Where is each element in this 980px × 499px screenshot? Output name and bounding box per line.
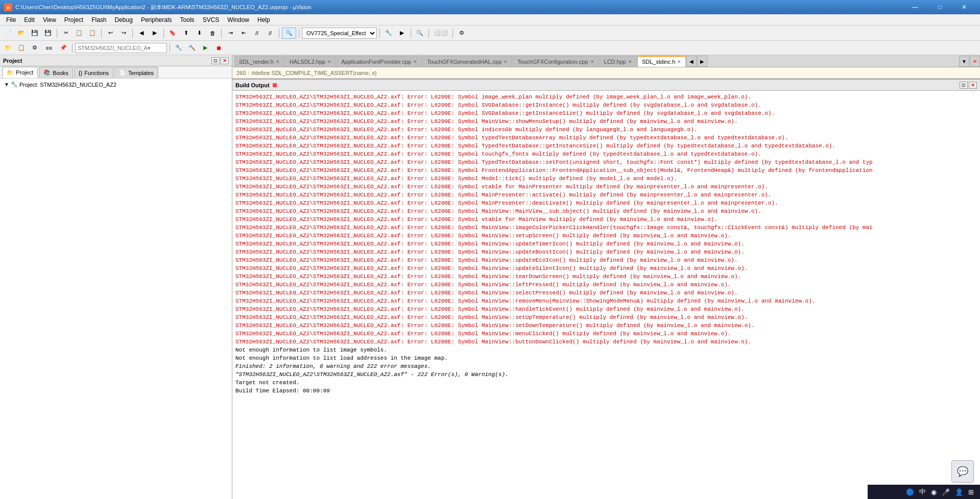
tb2-btn5[interactable]: 📌 — [57, 42, 69, 54]
file-tab-halsdl2[interactable]: HALSDL2.hpp ✕ — [285, 56, 336, 67]
file-tab-sdl-stdinc-label: SDL_stdinc.h — [642, 59, 675, 65]
menu-debug[interactable]: Debug — [111, 14, 137, 25]
search-btn[interactable]: 🔍 — [414, 28, 426, 39]
close-button[interactable]: ✕ — [952, 0, 976, 14]
window-layout-btn[interactable]: ⬜⬜ — [432, 28, 450, 39]
tb2-btn2[interactable]: 📋 — [15, 42, 28, 54]
menu-view[interactable]: View — [39, 14, 60, 25]
menu-tools[interactable]: Tools — [176, 14, 199, 25]
tb2-btn3[interactable]: ⚙ — [29, 42, 41, 54]
panel-float-btn[interactable]: ⊡ — [211, 57, 220, 64]
file-tab-sdl-render[interactable]: SDL_render.h ✕ — [234, 56, 284, 67]
build-panel-close-btn[interactable]: ✕ — [969, 82, 977, 89]
templates-tab-icon: 📄 — [119, 69, 126, 76]
paste-btn[interactable]: 📋 — [86, 28, 99, 39]
redo-btn[interactable]: ↪ — [117, 28, 130, 39]
chat-widget[interactable]: 💬 — [951, 460, 974, 483]
bookmark-btn[interactable]: 🔖 — [166, 28, 179, 39]
file-tab-touchgfx-config[interactable]: TouchGFXConfiguration.cpp ✕ — [513, 56, 599, 67]
menu-project[interactable]: Project — [60, 14, 87, 25]
new-file-btn[interactable]: 📄 — [2, 28, 14, 39]
tray-icon-lang: 中 — [919, 487, 926, 496]
settings-btn[interactable]: ⚙ — [456, 28, 468, 39]
tab-functions[interactable]: {} Functions — [74, 67, 113, 78]
code-header-directive: #define SDL_COMPILE_TIME_ASSERT(name, x) — [251, 70, 376, 76]
tb2-btn6[interactable]: 🔧 — [173, 42, 185, 54]
tray-icon-mic: 🎤 — [942, 488, 950, 496]
file-tab-sdl-render-label: SDL_render.h — [239, 59, 274, 65]
undo-btn[interactable]: ↩ — [104, 28, 116, 39]
build-output-panel: Build Output ⊡ ✕ STM32H563ZI_NUCLEO_AZ2\… — [232, 79, 980, 395]
menu-svcs[interactable]: SVCS — [199, 14, 224, 25]
configuration-dropdown[interactable]: OV7725_Special_Effect — [302, 28, 377, 39]
tree-project-root[interactable]: ▼ 🔧 Project: STM32H563ZI_NUCLEO_AZ2 — [2, 81, 230, 88]
file-tab-lcd-close[interactable]: ✕ — [628, 59, 632, 64]
tab-list-btn[interactable]: ▼ — [959, 56, 969, 67]
save-all-btn[interactable]: 💾 — [42, 28, 54, 39]
tab-close-all-btn[interactable]: ✕ — [970, 56, 980, 67]
build-error-indicator — [273, 83, 277, 87]
code-line-number: 260 — [236, 70, 246, 76]
menu-file[interactable]: File — [2, 14, 20, 25]
tb2-btn1[interactable]: 📁 — [2, 42, 14, 54]
copy-btn[interactable]: 📋 — [73, 28, 85, 39]
project-tabs: 📁 Project 📚 Books {} Functions 📄 Templat… — [0, 66, 232, 79]
file-tab-halsdl2-close[interactable]: ✕ — [327, 59, 331, 64]
tab-project[interactable]: 📁 Project — [2, 67, 38, 78]
tab-books[interactable]: 📚 Books — [39, 67, 73, 78]
file-tab-touchgfx-config-close[interactable]: ✕ — [590, 59, 594, 64]
maximize-button[interactable]: □ — [928, 0, 951, 14]
menu-help[interactable]: Help — [253, 14, 274, 25]
project-panel-header: Project ⊡ ✕ — [0, 55, 232, 66]
tb2-stop-btn[interactable]: ⏹ — [212, 42, 225, 54]
project-search-input[interactable] — [75, 43, 167, 53]
unindent-btn[interactable]: ⇤ — [237, 28, 250, 39]
sep11 — [452, 29, 453, 38]
build-target-btn[interactable]: 🔧 — [383, 28, 395, 39]
open-file-btn[interactable]: 📂 — [15, 28, 28, 39]
find-btn[interactable]: 🔍 — [282, 28, 296, 39]
tab-templates[interactable]: 📄 Templates — [114, 67, 158, 78]
menu-flash[interactable]: Flash — [87, 14, 110, 25]
build-panel-float-btn[interactable]: ⊡ — [960, 82, 968, 89]
minimize-button[interactable]: — — [903, 0, 927, 14]
code-header-sep: : — [248, 70, 249, 76]
save-btn[interactable]: 💾 — [29, 28, 41, 39]
uncomment-btn[interactable]: // — [264, 28, 276, 39]
bookmark-prev-btn[interactable]: ⬆ — [180, 28, 192, 39]
file-tab-sdl-stdinc-close[interactable]: ✕ — [677, 59, 681, 64]
tb2-debug-btn[interactable]: ▶ — [199, 42, 211, 54]
file-tab-lcd[interactable]: LCD.hpp ✕ — [600, 56, 637, 67]
nav-fwd-btn[interactable]: ▶ — [149, 28, 161, 39]
tb2-build-btn[interactable]: 🔨 — [186, 42, 198, 54]
file-tab-halsdl2-label: HALSDL2.hpp — [290, 59, 325, 65]
file-tab-sdl-stdinc[interactable]: SDL_stdinc.h ✕ — [637, 56, 686, 67]
file-tab-appfont[interactable]: ApplicationFontProvider.cpp ✕ — [337, 56, 422, 67]
file-tab-sdl-render-close[interactable]: ✕ — [276, 59, 280, 64]
sep5 — [221, 29, 222, 38]
comment-btn[interactable]: // — [251, 28, 263, 39]
file-tab-touchgfx-hal-close[interactable]: ✕ — [504, 59, 508, 64]
build-line: STM32H563ZI_NUCLEO_AZ2\STM32H563ZI_NUCLE… — [235, 256, 977, 264]
menu-peripherals[interactable]: Peripherals — [137, 14, 176, 25]
cut-btn[interactable]: ✂ — [60, 28, 72, 39]
panel-close-btn[interactable]: ✕ — [221, 57, 229, 64]
debug-start-btn[interactable]: ▶ — [396, 28, 408, 39]
tab-scroll-right[interactable]: ▶ — [697, 56, 707, 67]
tab-scroll-left[interactable]: ◀ — [686, 56, 697, 67]
file-tab-appfont-close[interactable]: ✕ — [413, 59, 417, 64]
file-tab-touchgfx-hal[interactable]: TouchGFXGeneratedHAL.cpp ✕ — [422, 56, 512, 67]
build-line: STM32H563ZI_NUCLEO_AZ2\STM32H563ZI_NUCLE… — [235, 232, 977, 240]
app-icon: μ — [4, 3, 12, 11]
project-tree: ▼ 🔧 Project: STM32H563ZI_NUCLEO_AZ2 — [0, 79, 232, 499]
indent-btn[interactable]: ⇥ — [224, 28, 236, 39]
clear-bookmarks-btn[interactable]: 🗑 — [206, 28, 219, 39]
build-line: STM32H563ZI_NUCLEO_AZ2\STM32H563ZI_NUCLE… — [235, 272, 977, 281]
menu-window[interactable]: Window — [223, 14, 253, 25]
build-line: STM32H563ZI_NUCLEO_AZ2\STM32H563ZI_NUCLE… — [235, 109, 977, 117]
build-line: Target not created. — [235, 379, 977, 387]
bookmark-next-btn[interactable]: ⬇ — [193, 28, 205, 39]
tb2-btn4[interactable]: ≡≡ — [42, 42, 56, 54]
nav-back-btn[interactable]: ◀ — [135, 28, 148, 39]
menu-edit[interactable]: Edit — [20, 14, 39, 25]
